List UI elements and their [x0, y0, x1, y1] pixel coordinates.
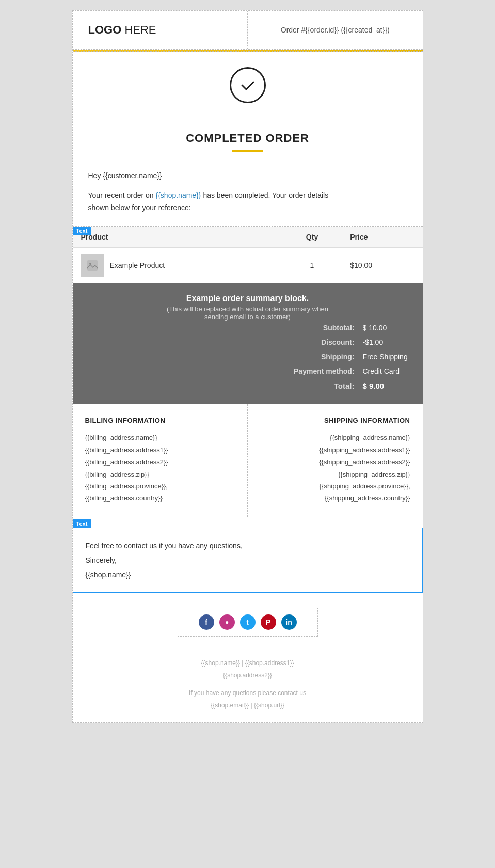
billing-province: {{billing_address.province}},: [85, 480, 235, 492]
product-qty: 1: [282, 248, 342, 283]
order-summary-overlay: Example order summary block. (This will …: [73, 283, 423, 404]
billing-country: {{billing_address.country}}: [85, 492, 235, 504]
pinterest-icon[interactable]: P: [261, 614, 276, 630]
billing-zip: {{billing_address.zip}}: [85, 468, 235, 480]
linkedin-icon[interactable]: in: [281, 614, 297, 630]
overlay-subtitle2: sending email to a customer): [73, 313, 423, 321]
shipping-address2: {{shipping_address.address2}}: [260, 456, 410, 468]
billing-address1: {{billing_address.address1}}: [85, 444, 235, 456]
shipping-row: Shipping: Free Shipping: [73, 350, 423, 364]
total-row: Total: $ 9.00: [73, 378, 423, 393]
billing-section: BILLING INFORMATION {{billing_address.na…: [73, 404, 248, 516]
footer-message: Feel free to contact us if you have any …: [73, 528, 423, 593]
col-qty: Qty: [282, 227, 342, 248]
logo-section: LOGO HERE: [73, 11, 248, 49]
table-row: Example Product 1 $10.00: [73, 248, 423, 283]
billing-heading: BILLING INFORMATION: [85, 417, 235, 424]
shipping-label: Shipping:: [321, 353, 355, 361]
message-section: Hey {{customer.name}} Your recent order …: [73, 157, 423, 227]
shipping-address1: {{shipping_address.address1}}: [260, 444, 410, 456]
product-name: Example Product: [110, 261, 165, 270]
footer-line3: {{shop.name}}: [86, 567, 410, 582]
footer-text-badge: Text: [73, 519, 91, 528]
footer-line2: Sincerely,: [86, 553, 410, 567]
body-text: Your recent order on {{shop.name}} has b…: [88, 190, 407, 214]
billing-address2: {{billing_address.address2}}: [85, 456, 235, 468]
overlay-subtitle: (This will be replaced with actual order…: [73, 305, 423, 313]
header-section: LOGO HERE Order #{{order.id}} ({{created…: [73, 11, 423, 50]
table-header-row: Product Qty Price: [73, 227, 423, 248]
order-table: Product Qty Price: [73, 227, 423, 283]
address-section: BILLING INFORMATION {{billing_address.na…: [73, 404, 423, 517]
payment-value: Credit Card: [363, 367, 414, 375]
shipping-zip: {{shipping_address.zip}}: [260, 468, 410, 480]
image-placeholder-icon: [86, 259, 99, 272]
shop-name-link: {{shop.name}}: [156, 191, 201, 199]
footer-spacer: [83, 682, 412, 687]
shipping-section: SHIPPING INFORMATION {{shipping_address.…: [248, 404, 423, 516]
col-price: Price: [342, 227, 422, 248]
footer-line1: Feel free to contact us if you have any …: [86, 539, 410, 553]
logo-rest: HERE: [121, 23, 156, 36]
social-icons-wrapper: f ● t P in: [178, 608, 318, 637]
order-text: Order #{{order.id}} ({{created_at}}): [281, 26, 390, 34]
email-template: LOGO HERE Order #{{order.id}} ({{created…: [72, 10, 423, 723]
footer-info-line2: {{shop.address2}}: [83, 669, 412, 682]
social-section: f ● t P in: [73, 598, 423, 646]
body-part2: has been completed. Your order details: [201, 191, 329, 199]
order-info: Order #{{order.id}} ({{created_at}}): [248, 11, 423, 49]
checkmark-section: [73, 52, 423, 119]
text-badge: Text: [73, 227, 91, 235]
subtotal-label: Subtotal:: [323, 324, 355, 332]
product-price: $10.00: [342, 248, 422, 283]
spacer: [73, 593, 423, 598]
checkmark-circle: [230, 67, 266, 103]
payment-row: Payment method: Credit Card: [73, 364, 423, 378]
subtotal-value: $ 10.00: [363, 324, 414, 332]
subtotal-row: Subtotal: $ 10.00: [73, 321, 423, 335]
body-part1: Your recent order on: [88, 191, 156, 199]
product-cell: Example Product: [73, 248, 282, 283]
shipping-value: Free Shipping: [363, 353, 414, 361]
total-value: $ 9.00: [363, 382, 414, 390]
product-image: [81, 254, 104, 277]
discount-row: Discount: -$1.00: [73, 335, 423, 350]
title-underline: [232, 150, 263, 152]
completed-order-heading: COMPLETED ORDER: [88, 132, 407, 145]
shipping-heading: SHIPPING INFORMATION: [260, 417, 410, 424]
footer-text-section: Text Feel free to contact us if you have…: [73, 518, 423, 593]
footer-info-line3: If you have any quetions please contact …: [83, 687, 412, 699]
facebook-icon[interactable]: f: [199, 614, 214, 630]
twitter-icon[interactable]: t: [240, 614, 256, 630]
footer-info-line4: {{shop.email}} | {{shop.url}}: [83, 699, 412, 712]
billing-name: {{billing_address.name}}: [85, 432, 235, 444]
footer-info-line1: {{shop.name}} | {{shop.address1}}: [83, 657, 412, 669]
shipping-country: {{shipping_address.country}}: [260, 492, 410, 504]
shipping-name: {{shipping_address.name}}: [260, 432, 410, 444]
discount-label: Discount:: [321, 338, 355, 346]
footer-info-section: {{shop.name}} | {{shop.address1}} {{shop…: [73, 646, 423, 722]
overlay-title: Example order summary block.: [73, 294, 423, 303]
title-section: COMPLETED ORDER: [73, 119, 423, 157]
col-product: Product: [73, 227, 282, 248]
instagram-icon[interactable]: ●: [219, 614, 235, 630]
logo-bold: LOGO: [88, 23, 122, 36]
greeting-text: Hey {{customer.name}}: [88, 170, 407, 182]
total-label: Total:: [334, 382, 355, 390]
payment-label: Payment method:: [294, 367, 354, 375]
discount-value: -$1.00: [363, 338, 414, 346]
body-part3: shown below for your reference:: [88, 203, 191, 212]
svg-rect-0: [87, 260, 98, 271]
shipping-province: {{shipping_address.province}},: [260, 480, 410, 492]
checkmark-icon: [238, 76, 257, 94]
order-table-section: Text Product Qty Price: [73, 227, 423, 404]
